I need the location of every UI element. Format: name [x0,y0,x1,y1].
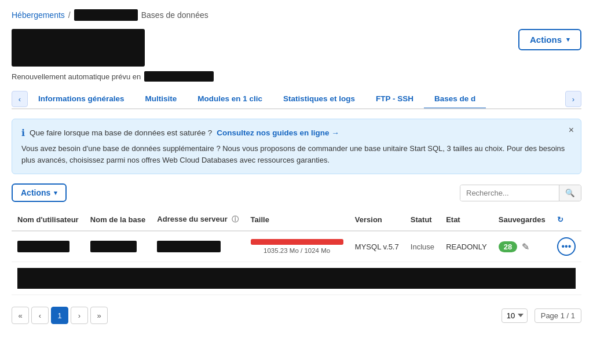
cell-more: ••• [551,231,581,262]
info-link[interactable]: Consultez nos guides en ligne → [217,128,339,137]
more-actions-button[interactable]: ••• [557,237,576,256]
col-header-server: Adresse du serveur ⓘ [151,209,244,231]
info-banner-close-button[interactable]: × [569,125,574,135]
actions-bar: Actions ▾ 🔍 [12,183,581,202]
tab-prev-button[interactable]: ‹ [12,91,28,107]
cell-username [12,231,85,262]
search-box: 🔍 [460,185,581,201]
pagination-right: 10 25 50 Page 1 / 1 [502,308,581,323]
table-row-2 [12,262,581,295]
cell-etat: READONLY [440,231,493,262]
info-banner-row1: ℹ Que faire lorsque ma base de données e… [21,127,572,138]
renewal-date-block [144,71,214,82]
tabs-list: Informations générales Multisite Modules… [28,90,565,108]
sauvegardes-actions: 28 ✎ [499,241,546,252]
chevron-down-icon: ▾ [566,36,570,43]
info-banner: × ℹ Que faire lorsque ma base de données… [12,119,581,174]
server-value [157,241,221,252]
cell-server [151,231,244,262]
header-section: Renouvellement automatique prévu en Acti… [12,29,581,82]
pagination-buttons: « ‹ 1 › » [12,307,108,324]
sauvegardes-count: 28 [499,241,517,252]
tab-statistiques[interactable]: Statistiques et logs [273,90,365,108]
breadcrumb-sep: / [68,10,71,20]
chevron-right-icon: › [572,95,574,104]
cell-size: 1035.23 Mo / 1024 Mo [245,231,349,262]
tab-modules[interactable]: Modules en 1 clic [187,90,273,108]
actions-button-top[interactable]: Actions ▾ [518,29,581,50]
table-row: 1035.23 Mo / 1024 Mo MYSQL v.5.7 Incluse… [12,231,581,262]
page-info: Page 1 / 1 [535,308,581,323]
info-banner-description: Vous avez besoin d'une base de données s… [21,143,572,166]
tab-informations-generales[interactable]: Informations générales [28,90,135,108]
breadcrumb-hosting-name [74,9,138,21]
pagination-next[interactable]: › [71,307,88,324]
col-header-statut: Statut [405,209,440,231]
breadcrumb-hebergements[interactable]: Hébergements [12,10,65,20]
row2-blacked [12,262,581,295]
search-icon: 🔍 [565,189,575,197]
search-input[interactable] [460,185,559,201]
col-header-size: Taille [245,209,349,231]
col-header-username: Nom d'utilisateur [12,209,85,231]
col-header-sauvegardes: Sauvegardes [493,209,551,231]
hosting-name-block [12,29,145,67]
dbname-value [90,241,137,252]
edit-button[interactable]: ✎ [522,241,529,252]
row2-block [17,268,576,289]
col-header-dbname: Nom de la base [85,209,152,231]
tab-ftp-ssh[interactable]: FTP - SSH [365,90,424,108]
chevron-left-icon: ‹ [19,95,21,104]
tab-multisite[interactable]: Multisite [135,90,188,108]
database-table: Nom d'utilisateur Nom de la base Adresse… [12,209,581,295]
per-page-select[interactable]: 10 25 50 [502,308,528,323]
search-button[interactable]: 🔍 [559,185,581,201]
pagination-container: « ‹ 1 › » 10 25 50 Page 1 / 1 [12,307,581,324]
cell-version: MYSQL v.5.7 [349,231,405,262]
renewal-text: Renouvellement automatique prévu en [12,71,214,82]
info-question: Que faire lorsque ma base de données est… [30,128,212,137]
size-progress: 1035.23 Mo / 1024 Mo [251,239,343,254]
cell-dbname [85,231,152,262]
col-header-etat: Etat [440,209,493,231]
progress-bar-bg [251,239,343,245]
cell-statut: Incluse [405,231,440,262]
pagination-last[interactable]: » [90,307,108,324]
pagination-first[interactable]: « [12,307,29,324]
tabs-container: ‹ Informations générales Multisite Modul… [12,90,581,109]
col-header-refresh[interactable]: ↻ [551,209,581,231]
col-header-version: Version [349,209,405,231]
server-info-icon: ⓘ [232,215,239,223]
progress-bar-fill [251,239,343,245]
cell-sauvegardes: 28 ✎ [493,231,551,262]
actions-button-table[interactable]: Actions ▾ [12,183,67,202]
info-circle-icon: ℹ [21,127,25,138]
pagination-page-1[interactable]: 1 [51,307,68,324]
size-label: 1035.23 Mo / 1024 Mo [251,247,343,254]
ellipsis-icon: ••• [561,241,571,252]
breadcrumb: Hébergements / Bases de données [12,9,581,21]
pagination-prev[interactable]: ‹ [31,307,49,324]
tab-bases-de-donnees[interactable]: Bases de d [424,90,486,108]
username-value [17,241,69,252]
tab-next-button[interactable]: › [565,91,581,107]
chevron-down-icon-small: ▾ [54,189,57,197]
header-left: Renouvellement automatique prévu en [12,29,214,82]
breadcrumb-current: Bases de données [141,10,208,20]
